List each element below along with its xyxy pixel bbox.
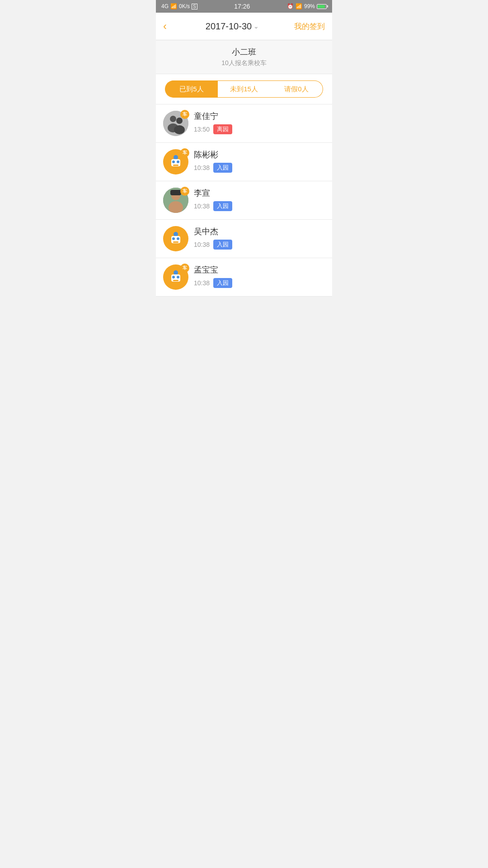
date-selector[interactable]: 2017-10-30 ⌄ bbox=[206, 21, 259, 32]
avatar-wrap: 车 bbox=[163, 264, 188, 290]
student-name: 孟宝宝 bbox=[194, 264, 325, 275]
status-left: 4G 📶 0K/s S bbox=[161, 3, 197, 9]
student-info: 陈彬彬 10:38 入园 bbox=[194, 149, 325, 173]
checkin-time: 10:38 bbox=[194, 241, 210, 248]
student-info: 李宣 10:38 入园 bbox=[194, 188, 325, 211]
avatar-wrap: 车 bbox=[163, 188, 188, 213]
avatar bbox=[163, 226, 188, 251]
student-name: 李宣 bbox=[194, 188, 325, 198]
status-bar: 4G 📶 0K/s S 17:26 ⏰ 📶 99% bbox=[156, 0, 332, 13]
checkin-row: 13:50 离园 bbox=[194, 124, 325, 134]
svg-point-24 bbox=[177, 276, 179, 278]
student-item: 车 李宣 10:38 入园 bbox=[156, 181, 332, 220]
battery-percent: 99% bbox=[304, 3, 315, 9]
speed-label: 0K/s bbox=[179, 3, 190, 9]
robot-avatar-icon bbox=[167, 230, 185, 248]
status-badge: 入园 bbox=[213, 240, 232, 250]
bus-badge: 车 bbox=[180, 110, 189, 119]
class-subtitle: 10人报名乘校车 bbox=[163, 59, 325, 67]
student-item: 车 孟宝宝 10:38 入园 bbox=[156, 258, 332, 297]
svg-point-7 bbox=[172, 160, 175, 163]
student-name: 吴中杰 bbox=[194, 226, 325, 237]
checkin-time: 10:38 bbox=[194, 203, 210, 210]
signal-bars: 📶 bbox=[170, 3, 177, 9]
svg-point-17 bbox=[172, 237, 175, 240]
status-time: 17:26 bbox=[234, 3, 250, 10]
bus-badge: 车 bbox=[180, 148, 189, 157]
date-label: 2017-10-30 bbox=[206, 21, 252, 32]
class-name: 小二班 bbox=[163, 47, 325, 57]
svg-point-23 bbox=[172, 276, 175, 278]
checkin-time: 10:38 bbox=[194, 164, 210, 171]
checkin-time: 13:50 bbox=[194, 126, 210, 133]
svg-rect-19 bbox=[173, 241, 178, 243]
svg-point-4 bbox=[174, 125, 185, 134]
student-info: 孟宝宝 10:38 入园 bbox=[194, 264, 325, 288]
svg-rect-20 bbox=[175, 232, 177, 234]
bus-badge: 车 bbox=[180, 187, 189, 196]
student-item: 车 童佳宁 13:50 离园 bbox=[156, 104, 332, 143]
signal-label: 4G bbox=[161, 3, 169, 9]
status-badge: 入园 bbox=[213, 201, 232, 211]
svg-point-2 bbox=[176, 118, 183, 124]
status-badge: 入园 bbox=[213, 163, 232, 173]
avatar-wrap: 车 bbox=[163, 149, 188, 175]
checkin-row: 10:38 入园 bbox=[194, 278, 325, 288]
avatar-wrap bbox=[163, 226, 188, 251]
student-name: 童佳宁 bbox=[194, 111, 325, 122]
student-item: 吴中杰 10:38 入园 bbox=[156, 220, 332, 258]
status-badge: 入园 bbox=[213, 278, 232, 288]
header: ‹ 2017-10-30 ⌄ 我的签到 bbox=[156, 13, 332, 40]
svg-rect-26 bbox=[175, 270, 177, 272]
svg-rect-13 bbox=[170, 190, 181, 195]
svg-point-8 bbox=[177, 160, 179, 163]
svg-rect-25 bbox=[173, 280, 178, 281]
status-right: ⏰ 📶 99% bbox=[287, 3, 327, 9]
alarm-icon: ⏰ bbox=[287, 3, 294, 9]
student-info: 吴中杰 10:38 入园 bbox=[194, 226, 325, 250]
student-info: 童佳宁 13:50 离园 bbox=[194, 111, 325, 134]
student-list: 车 童佳宁 13:50 离园 车 bbox=[156, 104, 332, 297]
status-badge: 离园 bbox=[213, 124, 232, 134]
svg-point-18 bbox=[177, 237, 179, 240]
checkin-row: 10:38 入园 bbox=[194, 240, 325, 250]
back-button[interactable]: ‹ bbox=[163, 18, 170, 34]
my-checkin-button[interactable]: 我的签到 bbox=[294, 21, 325, 32]
checkin-row: 10:38 入园 bbox=[194, 163, 325, 173]
tab-arrived[interactable]: 已到5人 bbox=[165, 80, 218, 98]
filter-tabs: 已到5人 未到15人 请假0人 bbox=[156, 74, 332, 104]
checkin-row: 10:38 入园 bbox=[194, 201, 325, 211]
svg-point-1 bbox=[170, 116, 176, 122]
student-item: 车 陈彬彬 10:38 入园 bbox=[156, 143, 332, 181]
student-name: 陈彬彬 bbox=[194, 149, 325, 160]
bottom-area bbox=[156, 297, 332, 410]
battery-icon bbox=[317, 4, 327, 9]
tab-absent[interactable]: 未到15人 bbox=[218, 80, 270, 98]
tab-leave[interactable]: 请假0人 bbox=[270, 80, 323, 98]
wifi-icon: 📶 bbox=[296, 3, 302, 9]
avatar-wrap: 车 bbox=[163, 111, 188, 136]
class-info: 小二班 10人报名乘校车 bbox=[156, 40, 332, 74]
bus-badge: 车 bbox=[180, 264, 189, 273]
checkin-time: 10:38 bbox=[194, 279, 210, 287]
dropdown-icon: ⌄ bbox=[253, 23, 259, 30]
svg-rect-10 bbox=[175, 155, 177, 157]
svg-rect-9 bbox=[173, 165, 178, 166]
s-icon: S bbox=[192, 4, 197, 9]
